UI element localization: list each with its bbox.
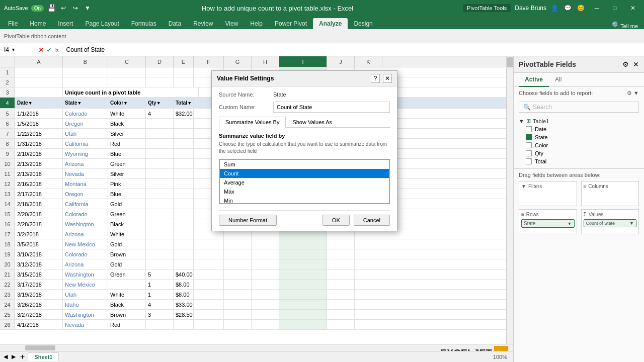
color-checkbox[interactable] [526,142,532,148]
tab-home[interactable]: Home [24,18,52,29]
col-header-j[interactable]: J [327,56,355,67]
scrollbar-thumb[interactable] [507,57,513,67]
col-header-b[interactable]: B [63,56,108,67]
columns-icon: ≡ [584,184,587,189]
qty-checkbox[interactable] [526,150,532,156]
maximize-button[interactable]: □ [608,0,622,16]
dialog-tabs: Summarize Values By Show Values As [219,117,390,128]
field-item-state[interactable]: State [519,133,639,141]
spreadsheet-title[interactable]: Unique count in a pivot table [63,87,199,97]
col-header-f[interactable]: F [194,56,224,67]
tab-help[interactable]: Help [244,18,269,29]
tab-view[interactable]: View [219,18,245,29]
ok-button[interactable]: OK [323,215,350,226]
tab-file[interactable]: File [2,18,24,29]
field-item-total[interactable]: Total [519,157,639,165]
horizontal-scrollbar[interactable] [0,344,513,351]
minimize-button[interactable]: ─ [590,0,604,16]
tab-review[interactable]: Review [187,18,219,29]
cell-ref-value[interactable]: I4 [4,46,9,53]
search-field[interactable]: 🔍 Search [519,102,639,113]
row-num-header [0,56,15,67]
col-header-e[interactable]: E [174,56,194,67]
vertical-scrollbar[interactable] [506,56,513,362]
total-checkbox[interactable] [526,158,532,164]
close-button[interactable]: ✕ [626,0,640,16]
ribbon: PivotTable ribbon content [0,29,644,43]
search-icon[interactable]: 🔍 [612,21,620,29]
rows-state-item[interactable]: State ▼ [521,219,575,228]
comments-icon[interactable]: 💬 [564,4,573,13]
settings-icon[interactable]: ⚙ ▼ [627,90,639,97]
dialog-body: Source Name: State Custom Name: Summariz… [212,86,397,231]
section-title: Summarize value field by [219,133,390,139]
values-item-dropdown[interactable]: ▼ [629,221,634,226]
table-row: 24 3/26/2018 Idaho Black 4 $33.00 [0,300,513,310]
list-item-sum[interactable]: Sum [220,160,389,169]
tab-page-layout[interactable]: Page Layout [79,18,125,29]
col-header-g[interactable]: G [224,56,252,67]
tab-summarize-values[interactable]: Summarize Values By [219,117,286,128]
table-row: 22 3/17/2018 New Mexico 1 $8.00 [0,280,513,290]
h-scrollbar-thumb[interactable] [25,345,55,350]
cancel-formula-icon[interactable]: ✕ [38,46,44,54]
number-format-button[interactable]: Number Format [219,215,277,226]
calculation-listbox[interactable]: Sum Count Average Max Min StdDev [219,159,390,204]
values-count-item[interactable]: Count of State ▼ [584,219,637,227]
save-icon[interactable]: 💾 [47,4,56,13]
scroll-left-icon[interactable]: ◀ [2,353,9,360]
pivot-tab-all[interactable]: All [549,73,568,86]
confirm-formula-icon[interactable]: ✓ [46,46,52,54]
dialog-close-button[interactable]: ✕ [383,74,392,83]
col-header-h[interactable]: H [252,56,279,67]
values-header: Σ Values [584,212,637,217]
tell-me[interactable]: Tell me [620,23,642,29]
list-item-max[interactable]: Max [220,187,389,196]
field-list: ▼ ⊞ Table1 Date State Color [514,115,644,169]
sheet-tab-sheet1[interactable]: Sheet1 [28,352,59,361]
more-icon[interactable]: ▼ [83,4,92,13]
tab-insert[interactable]: Insert [52,18,79,29]
autosave-toggle[interactable]: On [31,5,44,12]
col-header-a[interactable]: A [15,56,63,67]
pivot-close-icon[interactable]: ✕ [633,60,639,68]
formula-icons: ✕ ✓ fx [35,46,62,54]
smiley-icon[interactable]: 😊 [577,4,586,13]
window-title: How to add unique count to a pivot table… [202,5,353,12]
rows-item-dropdown[interactable]: ▼ [568,221,572,226]
pivot-tab-active[interactable]: Active [519,73,549,87]
col-header-d[interactable]: D [146,56,174,67]
list-item-average[interactable]: Average [220,178,389,187]
col-header-i[interactable]: I [279,56,327,67]
pivot-settings-icon[interactable]: ⚙ [622,60,629,68]
values-zone: Σ Values Count of State ▼ [581,209,639,234]
custom-name-input[interactable] [273,102,390,113]
drag-row-bottom: ≡ Rows State ▼ Σ Values [519,209,639,234]
table-group-header[interactable]: ▼ ⊞ Table1 [519,117,639,125]
field-item-qty[interactable]: Qty [519,149,639,157]
insert-function-icon[interactable]: fx [54,47,59,53]
state-checkbox[interactable] [526,134,532,140]
cell-ref-dropdown[interactable]: ▼ [11,47,16,52]
undo-icon[interactable]: ↩ [59,4,68,13]
date-checkbox[interactable] [526,126,532,132]
col-header-c[interactable]: C [108,56,146,67]
list-item-min[interactable]: Min [220,196,389,204]
scroll-right-icon[interactable]: ▶ [10,353,17,360]
tab-design[interactable]: Design [348,18,378,29]
add-sheet-icon[interactable]: + [18,352,27,361]
field-item-date[interactable]: Date [519,125,639,133]
cancel-button[interactable]: Cancel [354,215,390,226]
share-icon[interactable]: 👤 [550,4,559,13]
col-header-k[interactable]: K [355,56,382,67]
dialog-help-button[interactable]: ? [371,74,380,83]
list-item-count[interactable]: Count [220,169,389,178]
formula-bar: I4 ▼ ✕ ✓ fx Count of State [0,43,644,56]
tab-formulas[interactable]: Formulas [125,18,163,29]
tab-show-values-as[interactable]: Show Values As [286,117,339,127]
redo-icon[interactable]: ↪ [71,4,80,13]
tab-power-pivot[interactable]: Power Pivot [269,18,313,29]
tab-data[interactable]: Data [163,18,187,29]
tab-analyze[interactable]: Analyze [313,18,348,29]
field-item-color[interactable]: Color [519,141,639,149]
